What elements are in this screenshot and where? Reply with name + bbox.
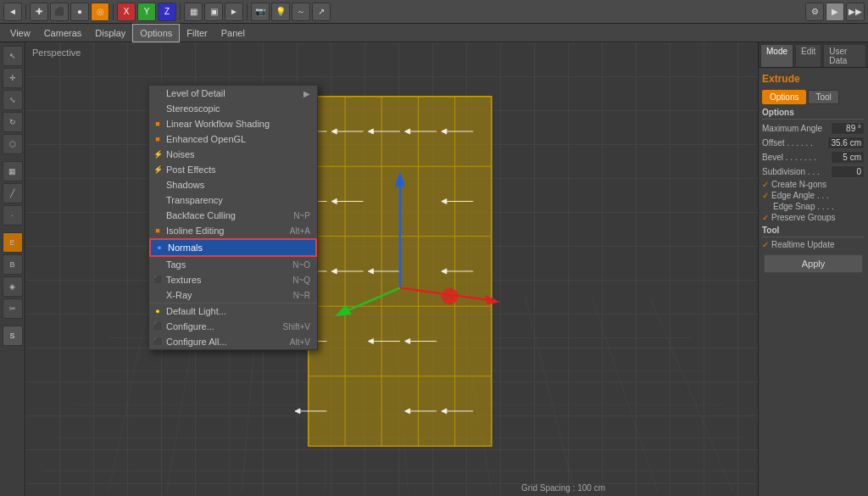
menu-panel[interactable]: Panel <box>214 24 252 42</box>
rp-offset-value[interactable]: 35.6 cm <box>827 137 865 149</box>
toolbar-arrow-btn[interactable]: ◄ <box>3 3 22 21</box>
dd-tags[interactable]: Tags N~O <box>149 257 317 272</box>
dd-textures-label: Textures <box>166 275 202 285</box>
right-panel-tabs: Mode Edit User Data <box>759 42 868 68</box>
dd-linear-icon: ■ <box>153 119 163 129</box>
dd-textures[interactable]: ⬛ Textures N~Q <box>149 272 317 287</box>
dd-enhanced-opengl[interactable]: ■ Enhanced OpenGL <box>149 131 317 147</box>
rp-preserve-groups-check[interactable]: ✓ Preserve Groups <box>762 213 865 222</box>
rpanel-tab-userdata[interactable]: User Data <box>823 44 866 67</box>
dd-textures-icon: ⬛ <box>153 275 163 285</box>
menu-options[interactable]: Options <box>132 24 180 42</box>
rpanel-tab-mode[interactable]: Mode <box>760 44 793 67</box>
sidebar-extrude-btn[interactable]: E <box>3 232 23 253</box>
dd-backface-shortcut: N~P <box>293 211 310 220</box>
toolbar-settings-btn[interactable]: ⚙ <box>805 3 824 21</box>
rp-ngons-checkmark: ✓ <box>762 180 769 189</box>
toolbar-cam-btn[interactable]: 📷 <box>251 3 270 21</box>
dd-stereoscopic[interactable]: Stereoscopic <box>149 101 317 116</box>
dd-noises[interactable]: ⚡ Noises <box>149 147 317 162</box>
toolbar-new-btn[interactable]: ✚ <box>30 3 48 21</box>
menu-display[interactable]: Display <box>88 24 132 42</box>
rp-ngons-label: Create N-gons <box>771 180 826 189</box>
rp-subdivision-value[interactable]: 0 <box>831 165 865 178</box>
rp-max-angle-value[interactable]: 89 ° <box>831 122 865 135</box>
sidebar-poly-mode-btn[interactable]: ▦ <box>3 161 23 181</box>
separator2 <box>113 3 114 20</box>
sidebar-move-btn[interactable]: ✛ <box>3 68 23 88</box>
sidebar-s-btn[interactable]: S <box>3 326 23 346</box>
dd-shadows-icon <box>153 180 163 190</box>
dd-normals[interactable]: ● Normals <box>149 238 317 257</box>
toolbar-anim-btn[interactable]: ► <box>225 3 243 21</box>
dd-opengl-icon: ■ <box>153 134 163 144</box>
rp-create-ngons-check[interactable]: ✓ Create N-gons <box>762 180 865 189</box>
dd-isoline-shortcut: Alt+A <box>290 226 310 236</box>
dd-post-effects[interactable]: ⚡ Post Effects <box>149 162 317 177</box>
sidebar-edge-mode-btn[interactable]: ╱ <box>3 183 23 203</box>
dd-post-label: Post Effects <box>166 164 216 175</box>
toolbar-y-btn[interactable]: Y <box>137 3 156 21</box>
rp-edge-angle-check[interactable]: ✓ Edge Angle . . . <box>762 191 865 200</box>
dd-configureall-shortcut: Alt+V <box>290 337 310 347</box>
dd-default-light[interactable]: ● Default Light... <box>149 303 317 319</box>
rp-preservegroups-checkmark: ✓ <box>762 213 769 222</box>
dd-configure-all[interactable]: ⬛ Configure All... Alt+V <box>149 334 317 349</box>
right-panel: Mode Edit User Data Extrude Options Tool… <box>758 42 868 496</box>
menu-filter[interactable]: Filter <box>180 24 214 42</box>
dd-configure-shortcut: Shift+V <box>282 322 310 332</box>
dd-backface-culling[interactable]: Backface Culling N~P <box>149 208 317 223</box>
toolbar-cube-btn[interactable]: ⬛ <box>50 3 69 21</box>
toolbar-scene-btn[interactable]: ▣ <box>204 3 223 21</box>
toolbar-deform-btn[interactable]: ↗ <box>312 3 331 21</box>
rp-offset-field: Offset . . . . . . 35.6 cm <box>762 137 865 149</box>
dd-shadows[interactable]: Shadows <box>149 177 317 192</box>
dd-linear-workflow[interactable]: ■ Linear Workflow Shading <box>149 116 317 131</box>
sidebar-select-btn[interactable]: ↖ <box>3 46 23 66</box>
menu-view[interactable]: View <box>3 24 37 42</box>
rpanel-tab-edit[interactable]: Edit <box>795 44 821 67</box>
apply-button[interactable]: Apply <box>764 254 863 273</box>
options-dropdown: Level of Detail ▶ Stereoscopic ■ Linear … <box>148 85 318 350</box>
dd-configure-icon: ⬛ <box>153 321 163 332</box>
toolbar-renderall-btn[interactable]: ▶▶ <box>846 3 865 21</box>
dd-xray-icon <box>153 290 163 300</box>
rp-edge-snap-check[interactable]: Edge Snap . . . . <box>762 202 865 211</box>
rp-tool-tab[interactable]: Tool <box>808 90 838 104</box>
sidebar-point-mode-btn[interactable]: · <box>3 205 23 226</box>
dd-level-of-detail[interactable]: Level of Detail ▶ <box>149 86 317 101</box>
toolbar-x-btn[interactable]: X <box>117 3 136 21</box>
dd-configure[interactable]: ⬛ Configure... Shift+V <box>149 319 317 334</box>
sidebar-rotate-btn[interactable]: ↻ <box>3 112 23 132</box>
dd-isoline-label: Isoline Editing <box>166 226 225 236</box>
rp-bevel-value[interactable]: 5 cm <box>831 151 865 164</box>
toolbar-sphere-btn[interactable]: ● <box>70 3 89 21</box>
toolbar-light-btn[interactable]: 💡 <box>271 3 290 21</box>
menu-cameras[interactable]: Cameras <box>37 24 89 42</box>
sidebar-knife-btn[interactable]: ✂ <box>3 298 23 319</box>
dd-xray[interactable]: X-Ray N~R <box>149 287 317 303</box>
dd-lod-icon <box>153 88 163 98</box>
sidebar-scale-btn[interactable]: ⤡ <box>3 90 23 110</box>
rp-options-tab[interactable]: Options <box>762 90 806 104</box>
toolbar-poly-btn[interactable]: ▦ <box>184 3 203 21</box>
rp-realtime-update-check[interactable]: ✓ Realtime Update <box>762 240 865 249</box>
dd-transparency[interactable]: Transparency <box>149 192 317 208</box>
toolbar-spline-btn[interactable]: ～ <box>292 3 310 21</box>
dd-isoline-editing[interactable]: ■ Isoline Editing Alt+A <box>149 223 317 238</box>
toolbar-torus-btn[interactable]: ◎ <box>91 3 109 21</box>
sidebar-bevel-btn[interactable]: B <box>3 254 23 275</box>
toolbar-z-btn[interactable]: Z <box>158 3 176 21</box>
dd-linear-label: Linear Workflow Shading <box>166 119 270 129</box>
top-toolbar: ◄ ✚ ⬛ ● ◎ X Y Z ▦ ▣ ► 📷 💡 ～ ↗ ⚙ ▶ ▶▶ <box>0 0 868 24</box>
sidebar-transform-btn[interactable]: ⬡ <box>3 134 23 154</box>
rp-max-angle-label: Maximum Angle <box>762 124 831 133</box>
dd-normals-label: Normals <box>168 242 203 253</box>
viewport[interactable]: Perspective Grid Spacing : 100 cm Level … <box>25 42 758 496</box>
viewport-label: Perspective <box>32 47 81 58</box>
dd-lod-arrow: ▶ <box>303 89 310 98</box>
dd-stereo-label: Stereoscopic <box>166 103 220 114</box>
toolbar-render-btn[interactable]: ▶ <box>826 3 844 21</box>
right-panel-content: Extrude Options Tool Options Maximum Ang… <box>759 68 868 496</box>
sidebar-bridge-btn[interactable]: ◈ <box>3 276 23 297</box>
